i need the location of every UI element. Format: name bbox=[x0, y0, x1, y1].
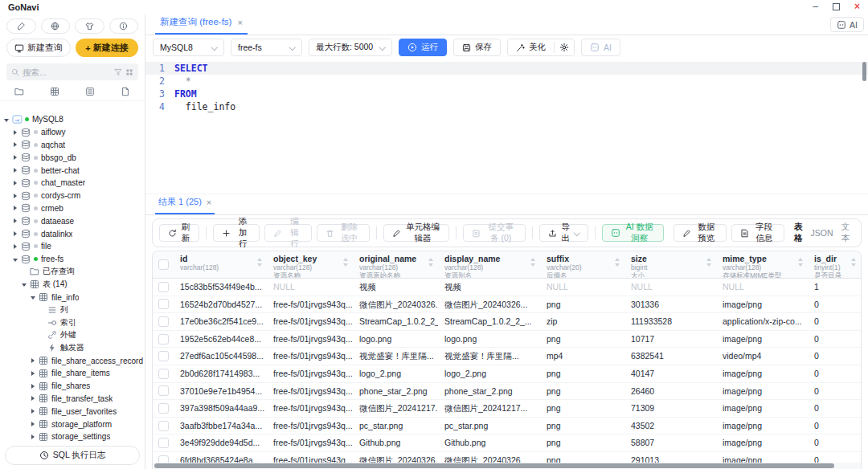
view-文本[interactable]: 文本 bbox=[841, 222, 850, 244]
caret-right-icon[interactable] bbox=[30, 421, 36, 427]
close-tab-icon[interactable]: × bbox=[207, 198, 211, 207]
column-header-suffix[interactable]: suffixvarchar(20)后缀名 bbox=[540, 251, 624, 278]
cell-object_key[interactable]: free-fs/01jrvgs943q... bbox=[267, 418, 353, 434]
tree-item-bbsgo_db[interactable]: bbsgo_db bbox=[0, 151, 145, 164]
export-button[interactable]: 导出 bbox=[539, 224, 588, 242]
tree-tab-list[interactable] bbox=[85, 87, 95, 96]
cell-mime_type[interactable]: video/mp4 bbox=[716, 348, 808, 365]
beautify-button[interactable]: 美化 bbox=[508, 39, 554, 55]
minimize-button[interactable]: – bbox=[813, 1, 818, 12]
caret-right-icon[interactable] bbox=[12, 193, 18, 199]
cell-display_name[interactable]: 微信图片_20241217... bbox=[438, 400, 540, 417]
column-header-size[interactable]: sizebigint大小 bbox=[624, 251, 716, 278]
cell-id[interactable]: 16524b2d70bd4527... bbox=[174, 296, 267, 313]
cell-size[interactable]: 71309 bbox=[624, 400, 716, 417]
tree-item-storage_platform[interactable]: storage_platform bbox=[0, 418, 145, 430]
tree-item-触发器[interactable]: 触发器 bbox=[0, 341, 145, 354]
cell-object_key[interactable]: free-fs/01jrvgs943q... bbox=[267, 296, 353, 313]
caret-right-icon[interactable] bbox=[12, 205, 18, 211]
cell-original_name[interactable]: 微信图片_20241217... bbox=[353, 400, 438, 417]
cell-display_name[interactable]: phone_star_2.png bbox=[438, 383, 540, 400]
caret-right-icon[interactable] bbox=[12, 218, 18, 224]
caret-right-icon[interactable] bbox=[12, 167, 18, 173]
cell-id[interactable]: 17e0be36c2f541ce9... bbox=[174, 313, 267, 330]
info-button[interactable] bbox=[109, 18, 139, 34]
caret-right-icon[interactable] bbox=[12, 129, 18, 136]
code-line-1[interactable]: 1SELECT bbox=[145, 62, 868, 75]
run-button[interactable]: 运行 bbox=[399, 39, 447, 56]
sort-icon[interactable] bbox=[343, 258, 349, 267]
cell-is_dir[interactable]: 0 bbox=[808, 400, 861, 417]
column-header-id[interactable]: idvarchar(128) bbox=[174, 251, 267, 278]
maximize-button[interactable] bbox=[833, 3, 840, 10]
cell-is_dir[interactable]: 0 bbox=[808, 418, 861, 434]
cell-is_dir[interactable]: 0 bbox=[808, 383, 861, 400]
tree-item-better-chat[interactable]: better-chat bbox=[0, 164, 145, 177]
row-checkbox[interactable] bbox=[158, 369, 169, 379]
caret-right-icon[interactable] bbox=[12, 243, 18, 250]
tree-item-file_share_items[interactable]: file_share_items bbox=[0, 367, 145, 380]
view-JSON[interactable]: JSON bbox=[810, 228, 833, 238]
close-tab-icon[interactable]: × bbox=[237, 18, 242, 27]
cell-suffix[interactable]: png bbox=[540, 434, 624, 451]
sort-icon[interactable] bbox=[706, 258, 712, 267]
caret-right-icon[interactable] bbox=[30, 370, 36, 377]
cell-object_key[interactable]: free-fs/01jrvgs943q... bbox=[267, 434, 353, 451]
caret-right-icon[interactable] bbox=[30, 357, 36, 364]
cell-suffix[interactable]: png bbox=[540, 296, 624, 313]
cell-id[interactable]: 1952e5c62eb44ce8... bbox=[174, 331, 267, 348]
cell-size[interactable]: 301336 bbox=[624, 296, 716, 313]
caret-right-icon[interactable] bbox=[30, 408, 36, 414]
table-row[interactable]: 27edf6ac105c44598...free-fs/01jrvgs943q.… bbox=[153, 348, 861, 365]
tree-item-dataease[interactable]: dataease bbox=[0, 214, 145, 227]
caret-right-icon[interactable] bbox=[30, 434, 36, 440]
cell-mime_type[interactable]: image/png bbox=[716, 365, 808, 382]
sort-icon[interactable] bbox=[798, 258, 804, 267]
cell-display_name[interactable]: pc_star.png bbox=[438, 418, 540, 434]
cell-original_name[interactable]: StreamCap_1.0.2_2_... bbox=[353, 313, 438, 330]
tree-item-free-fs[interactable]: free-fs bbox=[0, 253, 145, 266]
globe-button[interactable] bbox=[41, 18, 71, 34]
cell-is_dir[interactable]: 0 bbox=[808, 331, 861, 348]
delete-selected-button[interactable]: 删除选中 bbox=[317, 224, 370, 242]
theme-shirt-button[interactable] bbox=[75, 18, 104, 34]
ai-insight-button[interactable]: AI 数据洞察 bbox=[602, 224, 664, 242]
cell-original_name[interactable]: 视觉盛宴！库里隔... bbox=[353, 348, 438, 365]
tree-item-chat_master[interactable]: chat_master bbox=[0, 177, 145, 190]
cell-object_key[interactable]: free-fs/01jrvgs943q... bbox=[267, 348, 353, 365]
close-button[interactable]: × bbox=[854, 1, 860, 12]
sort-icon[interactable] bbox=[615, 258, 620, 267]
caret-right-icon[interactable] bbox=[30, 383, 36, 389]
tree-item-MySQL8[interactable]: sqlMySQL8 bbox=[0, 113, 145, 126]
cell-suffix[interactable]: png bbox=[540, 400, 624, 417]
tree-item-cordys-crm[interactable]: cordys-crm bbox=[0, 190, 145, 202]
table-row[interactable]: 3aafb3fbbe174a34a...free-fs/01jrvgs943q.… bbox=[153, 418, 861, 435]
table-row[interactable]: 3e49f929dde94d5d...free-fs/01jrvgs943q..… bbox=[153, 434, 861, 452]
table-row[interactable]: 17e0be36c2f541ce9...free-fs/01jrvgs943q.… bbox=[153, 313, 861, 331]
cell-mime_type[interactable]: NULL bbox=[716, 279, 808, 296]
cell-mime_type[interactable]: image/png bbox=[716, 383, 808, 400]
tree-tab-folder[interactable] bbox=[14, 87, 24, 96]
tree-item-storage_settings[interactable]: storage_settings bbox=[0, 430, 145, 442]
tree-item-file_info[interactable]: file_info bbox=[0, 291, 145, 304]
data-preview-button[interactable]: 数据预览 bbox=[674, 224, 727, 242]
code-line-3[interactable]: 3FROM bbox=[145, 88, 868, 100]
tree-item-表 (14)[interactable]: 表 (14) bbox=[0, 278, 145, 291]
save-button[interactable]: 保存 bbox=[453, 39, 501, 56]
tree-tab-table-grid[interactable] bbox=[50, 87, 59, 96]
table-row[interactable]: 1952e5c62eb44ce8...free-fs/01jrvgs943q..… bbox=[153, 331, 861, 349]
cell-display_name[interactable]: Github.png bbox=[438, 434, 540, 451]
cell-suffix[interactable]: zip bbox=[540, 313, 624, 330]
code-line-4[interactable]: 4 file_info bbox=[145, 100, 868, 113]
tree-item-file_user_favorites[interactable]: file_user_favorites bbox=[0, 405, 145, 418]
caret-down-icon[interactable] bbox=[30, 294, 36, 300]
tree-item-file_shares[interactable]: file_shares bbox=[0, 380, 145, 393]
cell-suffix[interactable]: png bbox=[540, 331, 624, 348]
cell-original_name[interactable]: 视频 bbox=[353, 279, 438, 296]
caret-down-icon[interactable] bbox=[12, 256, 18, 263]
tree-item-datalinkx[interactable]: datalinkx bbox=[0, 227, 145, 240]
cell-id[interactable]: 15c83b5f534f49e4b... bbox=[174, 279, 267, 296]
cell-size[interactable]: 6382541 bbox=[624, 348, 716, 365]
cell-suffix[interactable]: png bbox=[540, 365, 624, 382]
database-select[interactable]: free-fs bbox=[231, 39, 302, 56]
